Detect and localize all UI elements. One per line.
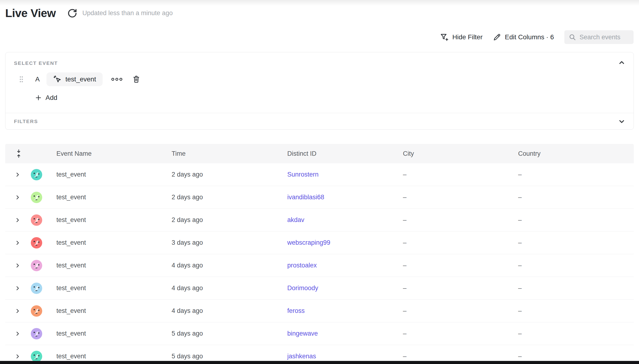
distinct-id-link[interactable]: Dorimoody <box>287 284 318 292</box>
event-letter: A <box>35 76 40 83</box>
chevron-right-icon <box>15 354 20 359</box>
distinct-id-link[interactable]: jashkenas <box>287 353 316 360</box>
chevron-right-icon <box>15 308 20 314</box>
chevron-right-icon <box>15 263 20 268</box>
collapse-vertical-icon <box>16 149 22 158</box>
three-dots-icon <box>111 77 123 82</box>
table-row: test_event 2 days ago Sunrostern – – <box>5 163 634 186</box>
expand-row-button[interactable] <box>15 172 20 178</box>
chevron-down-icon <box>618 118 625 125</box>
avatar[interactable] <box>31 260 42 271</box>
chevron-right-icon <box>15 240 20 246</box>
table-row: test_event 4 days ago prostoalex – – <box>5 254 634 277</box>
event-options-button[interactable] <box>111 77 123 82</box>
table-row: test_event 4 days ago Dorimoody – – <box>5 277 634 300</box>
expand-row-button[interactable] <box>15 308 20 314</box>
cell-country: – <box>518 194 634 201</box>
expand-row-button[interactable] <box>15 263 20 268</box>
avatar[interactable] <box>31 351 42 362</box>
filter-plus-icon <box>440 33 449 42</box>
distinct-id-link[interactable]: webscraping99 <box>287 239 330 246</box>
refresh-button[interactable] <box>67 8 78 18</box>
drag-handle-icon[interactable] <box>19 75 24 83</box>
bottom-edge-bar <box>0 361 639 364</box>
avatar[interactable] <box>31 305 42 317</box>
cell-event-name: test_event <box>56 171 172 178</box>
search-input[interactable] <box>579 34 629 41</box>
filters-section: FILTERS <box>6 113 633 130</box>
edit-columns-button[interactable]: Edit Columns · 6 <box>493 33 554 41</box>
avatar[interactable] <box>31 282 42 294</box>
cell-city: – <box>403 262 518 269</box>
expand-row-button[interactable] <box>15 331 20 336</box>
cell-event-name: test_event <box>56 216 172 224</box>
cell-country: – <box>518 307 634 314</box>
expand-row-button[interactable] <box>15 194 20 200</box>
expand-filters-button[interactable] <box>618 118 625 125</box>
column-header-city[interactable]: City <box>403 150 518 158</box>
select-event-label: SELECT EVENT <box>14 60 58 66</box>
page-title: Live View <box>5 7 56 20</box>
cell-event-name: test_event <box>56 239 172 246</box>
hide-filter-button[interactable]: Hide Filter <box>440 33 483 42</box>
distinct-id-link[interactable]: bingewave <box>287 330 318 337</box>
avatar[interactable] <box>31 192 42 203</box>
query-builder-card: SELECT EVENT A <box>5 52 634 130</box>
column-header-distinct-id[interactable]: Distinct ID <box>287 150 403 158</box>
collapse-all-button[interactable] <box>16 149 22 158</box>
pencil-icon <box>493 33 501 41</box>
avatar[interactable] <box>31 214 42 226</box>
expand-row-button[interactable] <box>15 217 20 223</box>
column-header-country[interactable]: Country <box>518 150 634 158</box>
cell-country: – <box>518 239 634 246</box>
chevron-right-icon <box>15 217 20 223</box>
cell-time: 5 days ago <box>172 353 287 360</box>
trash-icon <box>132 75 140 84</box>
updated-status-text: Updated less than a minute ago <box>82 10 172 17</box>
cell-city: – <box>403 284 518 292</box>
cell-time: 4 days ago <box>172 284 287 292</box>
distinct-id-link[interactable]: ivandiblasi68 <box>287 194 324 201</box>
refresh-icon <box>67 8 77 18</box>
expand-row-button[interactable] <box>15 240 20 246</box>
add-event-button[interactable]: Add <box>35 94 57 102</box>
expand-row-button[interactable] <box>15 286 20 291</box>
column-header-time[interactable]: Time <box>172 150 287 158</box>
cell-city: – <box>403 353 518 360</box>
cell-city: – <box>403 239 518 246</box>
table-row: test_event 5 days ago bingewave – – <box>5 322 634 345</box>
cell-event-name: test_event <box>56 353 172 360</box>
distinct-id-link[interactable]: feross <box>287 307 305 314</box>
avatar[interactable] <box>31 237 42 248</box>
chevron-right-icon <box>15 331 20 336</box>
distinct-id-link[interactable]: prostoalex <box>287 262 317 269</box>
avatar[interactable] <box>31 169 42 180</box>
cell-event-name: test_event <box>56 262 172 269</box>
cell-event-name: test_event <box>56 330 172 337</box>
event-select-button[interactable]: test_event <box>47 72 103 86</box>
cell-country: – <box>518 262 634 269</box>
cell-event-name: test_event <box>56 284 172 292</box>
delete-event-button[interactable] <box>132 75 140 84</box>
expand-row-button[interactable] <box>15 354 20 359</box>
table-row: test_event 2 days ago akdav – – <box>5 209 634 232</box>
cell-city: – <box>403 216 518 224</box>
collapse-section-button[interactable] <box>618 59 625 66</box>
column-header-event-name[interactable]: Event Name <box>56 150 172 158</box>
cell-country: – <box>518 284 634 292</box>
table-body: test_event 2 days ago Sunrostern – – <box>5 163 634 364</box>
filters-label: FILTERS <box>14 118 38 124</box>
avatar[interactable] <box>31 328 42 340</box>
cell-time: 2 days ago <box>172 194 287 201</box>
distinct-id-link[interactable]: akdav <box>287 216 304 224</box>
search-box[interactable] <box>564 30 633 44</box>
edit-columns-label: Edit Columns · 6 <box>505 33 554 41</box>
cell-country: – <box>518 330 634 337</box>
top-scroll-fade <box>0 0 639 6</box>
hide-filter-label: Hide Filter <box>452 33 483 41</box>
chevron-right-icon <box>15 194 20 200</box>
events-table: Event Name Time Distinct ID City Country <box>5 144 634 364</box>
distinct-id-link[interactable]: Sunrostern <box>287 171 319 178</box>
table-row: test_event 2 days ago ivandiblasi68 – – <box>5 186 634 209</box>
page-header: Live View Updated less than a minute ago <box>5 7 173 20</box>
